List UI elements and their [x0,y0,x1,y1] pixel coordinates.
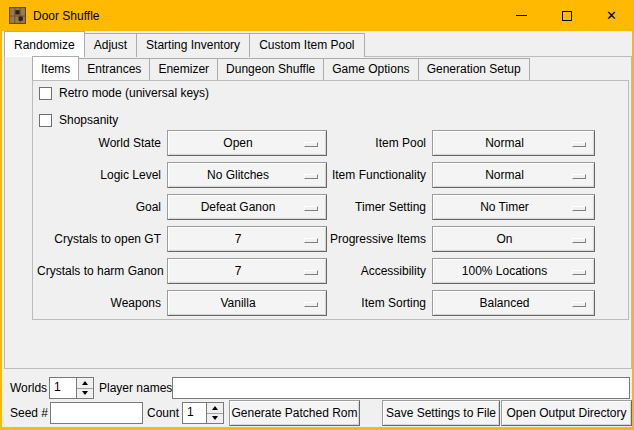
worlds-spinner[interactable]: 1 [49,377,94,399]
maximize-button[interactable] [544,0,589,31]
count-spin-up-button[interactable] [207,403,223,413]
item-sorting-row: Item Sorting Balanced [309,290,595,316]
accessibility-dropdown[interactable]: 100% Locations [432,258,595,284]
logic-level-label: Logic Level [37,168,167,182]
retro-mode-row: Retro mode (universal keys) [39,86,209,100]
item-sorting-dropdown[interactable]: Balanced [432,290,595,316]
crystals-ganon-label: Crystals to harm Ganon [37,264,167,278]
tab-adjust[interactable]: Adjust [84,33,137,57]
item-pool-row: Item Pool Normal [309,130,595,156]
arrow-up-icon [82,381,88,385]
shopsanity-label: Shopsanity [59,113,118,127]
timer-setting-row: Timer Setting No Timer [309,194,595,220]
worlds-label: Worlds [10,381,47,395]
weapons-row: Weapons Vanilla [37,290,327,316]
left-options-column: World State Open Logic Level No Glitches… [37,130,327,322]
world-state-dropdown[interactable]: Open [167,130,327,156]
retro-mode-label: Retro mode (universal keys) [59,86,209,100]
item-functionality-label: Item Functionality [309,168,432,182]
player-names-label: Player names [99,381,172,395]
tab-items[interactable]: Items [32,56,79,80]
accessibility-row: Accessibility 100% Locations [309,258,595,284]
count-spin-down-button[interactable] [207,413,223,424]
sub-tab-bar: ItemsEntrancesEnemizerDungeon ShuffleGam… [32,58,529,80]
save-settings-button[interactable]: Save Settings to File [382,400,500,426]
open-output-directory-button[interactable]: Open Output Directory [501,400,632,426]
tab-generation-setup[interactable]: Generation Setup [418,58,530,80]
progressive-items-dropdown[interactable]: On [432,226,595,252]
player-names-input[interactable] [172,377,630,399]
item-functionality-row: Item Functionality Normal [309,162,595,188]
dropdown-indicator-icon [572,238,586,243]
weapons-label: Weapons [37,296,167,310]
tab-randomize[interactable]: Randomize [4,31,85,57]
timer-setting-label: Timer Setting [309,200,432,214]
dropdown-indicator-icon [572,270,586,275]
retro-mode-checkbox[interactable] [39,87,52,100]
dropdown-indicator-icon [572,142,586,147]
progressive-items-row: Progressive Items On [309,226,595,252]
tab-dungeon-shuffle[interactable]: Dungeon Shuffle [217,58,324,80]
window-title: Door Shuffle [33,9,100,23]
count-spinner[interactable]: 1 [182,402,224,424]
world-state-row: World State Open [37,130,327,156]
minimize-button[interactable] [499,0,544,31]
goal-row: Goal Defeat Ganon [37,194,327,220]
title-bar[interactable]: Door Shuffle ✕ [0,0,634,31]
dropdown-indicator-icon [572,174,586,179]
shopsanity-row: Shopsanity [39,113,118,127]
generate-patched-rom-button[interactable]: Generate Patched Rom [229,400,360,426]
seed-input[interactable] [50,402,143,424]
shopsanity-checkbox[interactable] [39,114,52,127]
logic-level-dropdown[interactable]: No Glitches [167,162,327,188]
maximize-icon [562,11,572,21]
item-pool-dropdown[interactable]: Normal [432,130,595,156]
crystals-ganon-row: Crystals to harm Ganon 7 [37,258,327,284]
item-pool-label: Item Pool [309,136,432,150]
crystals-gt-label: Crystals to open GT [37,232,167,246]
seed-label: Seed # [10,406,48,420]
tab-game-options[interactable]: Game Options [323,58,418,80]
item-sorting-label: Item Sorting [309,296,432,310]
close-button[interactable]: ✕ [589,0,634,31]
arrow-up-icon [212,406,218,410]
count-label: Count [147,406,179,420]
logic-level-row: Logic Level No Glitches [37,162,327,188]
worlds-spin-up-button[interactable] [77,378,93,388]
arrow-down-icon [212,416,218,420]
app-window: Door Shuffle ✕ RandomizeAdjustStarting I… [0,0,634,430]
goal-label: Goal [37,200,167,214]
dropdown-indicator-icon [572,302,586,307]
tab-enemizer[interactable]: Enemizer [149,58,218,80]
world-state-label: World State [37,136,167,150]
arrow-down-icon [82,391,88,395]
tab-entrances[interactable]: Entrances [78,58,150,80]
worlds-spin-down-button[interactable] [77,388,93,399]
crystals-gt-row: Crystals to open GT 7 [37,226,327,252]
app-icon [9,7,26,24]
main-tab-bar: RandomizeAdjustStarting InventoryCustom … [4,33,364,57]
crystals-ganon-dropdown[interactable]: 7 [167,258,327,284]
dropdown-indicator-icon [572,206,586,211]
tab-starting-inventory[interactable]: Starting Inventory [136,33,250,57]
tab-custom-item-pool[interactable]: Custom Item Pool [249,33,364,57]
timer-setting-dropdown[interactable]: No Timer [432,194,595,220]
minimize-icon [516,15,527,16]
crystals-gt-dropdown[interactable]: 7 [167,226,327,252]
weapons-dropdown[interactable]: Vanilla [167,290,327,316]
progressive-items-label: Progressive Items [309,232,432,246]
close-icon: ✕ [606,9,617,22]
accessibility-label: Accessibility [309,264,432,278]
item-functionality-dropdown[interactable]: Normal [432,162,595,188]
right-options-column: Item Pool Normal Item Functionality Norm… [309,130,595,322]
goal-dropdown[interactable]: Defeat Ganon [167,194,327,220]
